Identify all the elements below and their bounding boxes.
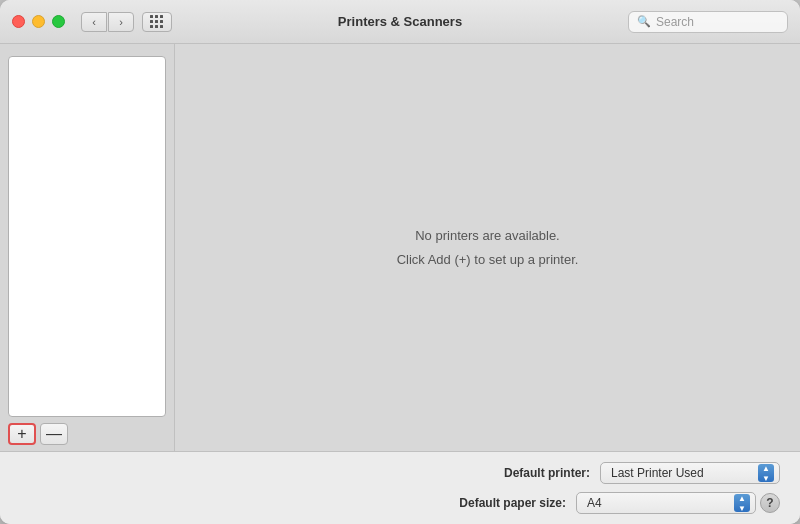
main-panel: No printers are available. Click Add (+)…	[175, 44, 800, 451]
main-window: ‹ › Printers & Scanners 🔍 +	[0, 0, 800, 524]
grid-icon	[150, 15, 164, 29]
default-printer-row: Default printer: Last Printer Used No Pr…	[20, 462, 780, 484]
default-printer-select-wrapper: Last Printer Used No Printer Selected ▲ …	[600, 462, 780, 484]
default-paper-label: Default paper size:	[436, 496, 566, 510]
minimize-button[interactable]	[32, 15, 45, 28]
add-printer-button[interactable]: +	[8, 423, 36, 445]
sidebar-toolbar: + —	[8, 417, 166, 451]
maximize-button[interactable]	[52, 15, 65, 28]
default-paper-select-wrapper: A4 Letter Legal A3 A5 ▲ ▼	[576, 492, 756, 514]
empty-line-1: No printers are available.	[397, 224, 579, 247]
search-input[interactable]	[656, 15, 779, 29]
printer-list[interactable]	[8, 56, 166, 417]
forward-button[interactable]: ›	[108, 12, 134, 32]
sidebar: + —	[0, 44, 175, 451]
window-title: Printers & Scanners	[338, 14, 462, 29]
grid-view-button[interactable]	[142, 12, 172, 32]
default-printer-label: Default printer:	[460, 466, 590, 480]
close-button[interactable]	[12, 15, 25, 28]
traffic-lights	[12, 15, 65, 28]
empty-state: No printers are available. Click Add (+)…	[397, 224, 579, 271]
paper-row-right: A4 Letter Legal A3 A5 ▲ ▼ ?	[576, 492, 780, 514]
default-paper-select[interactable]: A4 Letter Legal A3 A5	[576, 492, 756, 514]
search-icon: 🔍	[637, 15, 651, 28]
default-printer-select[interactable]: Last Printer Used No Printer Selected	[600, 462, 780, 484]
search-box[interactable]: 🔍	[628, 11, 788, 33]
help-button[interactable]: ?	[760, 493, 780, 513]
remove-printer-button[interactable]: —	[40, 423, 68, 445]
nav-buttons: ‹ ›	[81, 12, 134, 32]
back-button[interactable]: ‹	[81, 12, 107, 32]
default-paper-row: Default paper size: A4 Letter Legal A3 A…	[20, 492, 780, 514]
empty-line-2: Click Add (+) to set up a printer.	[397, 248, 579, 271]
titlebar: ‹ › Printers & Scanners 🔍	[0, 0, 800, 44]
content-area: + — No printers are available. Click Add…	[0, 44, 800, 451]
bottom-bar: Default printer: Last Printer Used No Pr…	[0, 451, 800, 524]
